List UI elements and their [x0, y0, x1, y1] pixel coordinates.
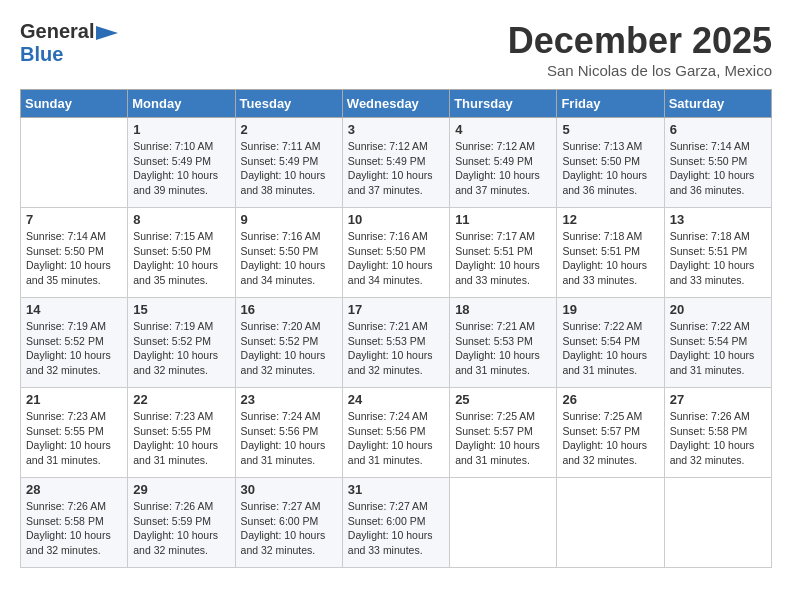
- calendar-body: 1Sunrise: 7:10 AMSunset: 5:49 PMDaylight…: [21, 118, 772, 568]
- day-number: 21: [26, 392, 122, 407]
- day-info: Sunrise: 7:12 AMSunset: 5:49 PMDaylight:…: [348, 139, 444, 198]
- calendar-cell: [21, 118, 128, 208]
- day-info: Sunrise: 7:11 AMSunset: 5:49 PMDaylight:…: [241, 139, 337, 198]
- day-number: 5: [562, 122, 658, 137]
- calendar-cell: 17Sunrise: 7:21 AMSunset: 5:53 PMDayligh…: [342, 298, 449, 388]
- logo-flag-icon: [96, 26, 118, 40]
- day-info: Sunrise: 7:13 AMSunset: 5:50 PMDaylight:…: [562, 139, 658, 198]
- calendar-week-row: 28Sunrise: 7:26 AMSunset: 5:58 PMDayligh…: [21, 478, 772, 568]
- calendar-cell: 28Sunrise: 7:26 AMSunset: 5:58 PMDayligh…: [21, 478, 128, 568]
- day-number: 24: [348, 392, 444, 407]
- calendar-cell: [557, 478, 664, 568]
- day-info: Sunrise: 7:19 AMSunset: 5:52 PMDaylight:…: [26, 319, 122, 378]
- calendar-cell: 16Sunrise: 7:20 AMSunset: 5:52 PMDayligh…: [235, 298, 342, 388]
- day-info: Sunrise: 7:22 AMSunset: 5:54 PMDaylight:…: [562, 319, 658, 378]
- day-number: 9: [241, 212, 337, 227]
- day-number: 8: [133, 212, 229, 227]
- calendar-cell: 19Sunrise: 7:22 AMSunset: 5:54 PMDayligh…: [557, 298, 664, 388]
- day-info: Sunrise: 7:23 AMSunset: 5:55 PMDaylight:…: [133, 409, 229, 468]
- day-info: Sunrise: 7:15 AMSunset: 5:50 PMDaylight:…: [133, 229, 229, 288]
- calendar-cell: 26Sunrise: 7:25 AMSunset: 5:57 PMDayligh…: [557, 388, 664, 478]
- day-number: 15: [133, 302, 229, 317]
- day-info: Sunrise: 7:21 AMSunset: 5:53 PMDaylight:…: [455, 319, 551, 378]
- calendar-cell: 20Sunrise: 7:22 AMSunset: 5:54 PMDayligh…: [664, 298, 771, 388]
- day-info: Sunrise: 7:27 AMSunset: 6:00 PMDaylight:…: [241, 499, 337, 558]
- day-number: 4: [455, 122, 551, 137]
- col-sunday: Sunday: [21, 90, 128, 118]
- day-info: Sunrise: 7:22 AMSunset: 5:54 PMDaylight:…: [670, 319, 766, 378]
- svg-marker-0: [96, 26, 118, 40]
- day-info: Sunrise: 7:14 AMSunset: 5:50 PMDaylight:…: [26, 229, 122, 288]
- day-info: Sunrise: 7:24 AMSunset: 5:56 PMDaylight:…: [348, 409, 444, 468]
- page-header: General Blue December 2025 San Nicolas d…: [20, 20, 772, 79]
- day-number: 12: [562, 212, 658, 227]
- calendar-cell: 25Sunrise: 7:25 AMSunset: 5:57 PMDayligh…: [450, 388, 557, 478]
- calendar-cell: [664, 478, 771, 568]
- logo-general-text: General: [20, 20, 94, 43]
- calendar-week-row: 7Sunrise: 7:14 AMSunset: 5:50 PMDaylight…: [21, 208, 772, 298]
- col-saturday: Saturday: [664, 90, 771, 118]
- calendar-cell: 30Sunrise: 7:27 AMSunset: 6:00 PMDayligh…: [235, 478, 342, 568]
- day-info: Sunrise: 7:18 AMSunset: 5:51 PMDaylight:…: [670, 229, 766, 288]
- calendar-cell: 12Sunrise: 7:18 AMSunset: 5:51 PMDayligh…: [557, 208, 664, 298]
- col-tuesday: Tuesday: [235, 90, 342, 118]
- day-number: 22: [133, 392, 229, 407]
- day-info: Sunrise: 7:23 AMSunset: 5:55 PMDaylight:…: [26, 409, 122, 468]
- day-number: 16: [241, 302, 337, 317]
- calendar-week-row: 1Sunrise: 7:10 AMSunset: 5:49 PMDaylight…: [21, 118, 772, 208]
- day-number: 10: [348, 212, 444, 227]
- day-info: Sunrise: 7:14 AMSunset: 5:50 PMDaylight:…: [670, 139, 766, 198]
- day-info: Sunrise: 7:16 AMSunset: 5:50 PMDaylight:…: [348, 229, 444, 288]
- calendar-cell: 5Sunrise: 7:13 AMSunset: 5:50 PMDaylight…: [557, 118, 664, 208]
- day-info: Sunrise: 7:17 AMSunset: 5:51 PMDaylight:…: [455, 229, 551, 288]
- day-info: Sunrise: 7:27 AMSunset: 6:00 PMDaylight:…: [348, 499, 444, 558]
- day-number: 23: [241, 392, 337, 407]
- calendar-header: Sunday Monday Tuesday Wednesday Thursday…: [21, 90, 772, 118]
- day-info: Sunrise: 7:20 AMSunset: 5:52 PMDaylight:…: [241, 319, 337, 378]
- calendar-cell: 23Sunrise: 7:24 AMSunset: 5:56 PMDayligh…: [235, 388, 342, 478]
- subtitle: San Nicolas de los Garza, Mexico: [508, 62, 772, 79]
- day-number: 17: [348, 302, 444, 317]
- day-info: Sunrise: 7:24 AMSunset: 5:56 PMDaylight:…: [241, 409, 337, 468]
- calendar-table: Sunday Monday Tuesday Wednesday Thursday…: [20, 89, 772, 568]
- day-number: 19: [562, 302, 658, 317]
- day-number: 28: [26, 482, 122, 497]
- day-number: 26: [562, 392, 658, 407]
- day-number: 6: [670, 122, 766, 137]
- day-number: 25: [455, 392, 551, 407]
- calendar-cell: 21Sunrise: 7:23 AMSunset: 5:55 PMDayligh…: [21, 388, 128, 478]
- day-number: 2: [241, 122, 337, 137]
- day-number: 18: [455, 302, 551, 317]
- day-number: 27: [670, 392, 766, 407]
- calendar-week-row: 14Sunrise: 7:19 AMSunset: 5:52 PMDayligh…: [21, 298, 772, 388]
- logo: General Blue: [20, 20, 118, 66]
- calendar-cell: 8Sunrise: 7:15 AMSunset: 5:50 PMDaylight…: [128, 208, 235, 298]
- calendar-cell: 9Sunrise: 7:16 AMSunset: 5:50 PMDaylight…: [235, 208, 342, 298]
- calendar-cell: 11Sunrise: 7:17 AMSunset: 5:51 PMDayligh…: [450, 208, 557, 298]
- day-info: Sunrise: 7:10 AMSunset: 5:49 PMDaylight:…: [133, 139, 229, 198]
- calendar-cell: 27Sunrise: 7:26 AMSunset: 5:58 PMDayligh…: [664, 388, 771, 478]
- day-info: Sunrise: 7:18 AMSunset: 5:51 PMDaylight:…: [562, 229, 658, 288]
- calendar-cell: 4Sunrise: 7:12 AMSunset: 5:49 PMDaylight…: [450, 118, 557, 208]
- calendar-cell: 15Sunrise: 7:19 AMSunset: 5:52 PMDayligh…: [128, 298, 235, 388]
- day-info: Sunrise: 7:12 AMSunset: 5:49 PMDaylight:…: [455, 139, 551, 198]
- calendar-week-row: 21Sunrise: 7:23 AMSunset: 5:55 PMDayligh…: [21, 388, 772, 478]
- header-row: Sunday Monday Tuesday Wednesday Thursday…: [21, 90, 772, 118]
- day-number: 31: [348, 482, 444, 497]
- month-title: December 2025: [508, 20, 772, 62]
- calendar-cell: 1Sunrise: 7:10 AMSunset: 5:49 PMDaylight…: [128, 118, 235, 208]
- day-info: Sunrise: 7:16 AMSunset: 5:50 PMDaylight:…: [241, 229, 337, 288]
- logo-blue-text: Blue: [20, 43, 63, 66]
- day-number: 14: [26, 302, 122, 317]
- day-info: Sunrise: 7:25 AMSunset: 5:57 PMDaylight:…: [562, 409, 658, 468]
- day-number: 30: [241, 482, 337, 497]
- day-info: Sunrise: 7:25 AMSunset: 5:57 PMDaylight:…: [455, 409, 551, 468]
- calendar-cell: 29Sunrise: 7:26 AMSunset: 5:59 PMDayligh…: [128, 478, 235, 568]
- calendar-cell: 13Sunrise: 7:18 AMSunset: 5:51 PMDayligh…: [664, 208, 771, 298]
- col-wednesday: Wednesday: [342, 90, 449, 118]
- day-info: Sunrise: 7:26 AMSunset: 5:58 PMDaylight:…: [670, 409, 766, 468]
- day-number: 20: [670, 302, 766, 317]
- col-monday: Monday: [128, 90, 235, 118]
- calendar-cell: 24Sunrise: 7:24 AMSunset: 5:56 PMDayligh…: [342, 388, 449, 478]
- calendar-cell: 2Sunrise: 7:11 AMSunset: 5:49 PMDaylight…: [235, 118, 342, 208]
